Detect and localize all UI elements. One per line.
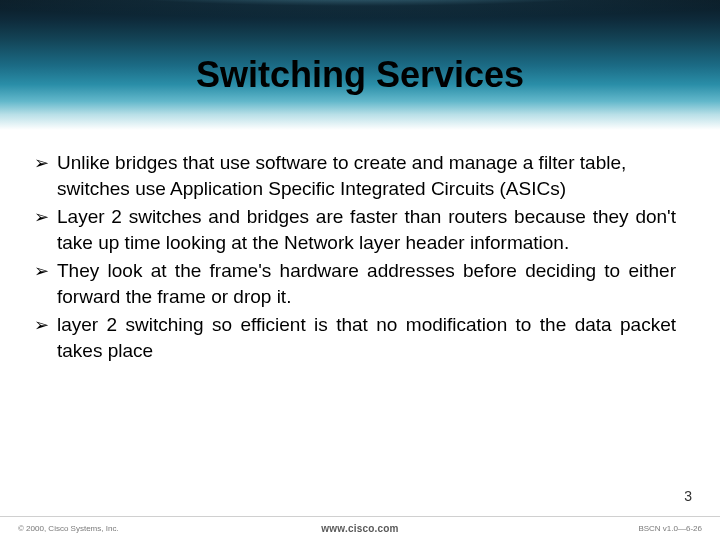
slide-content: ➢ Unlike bridges that use software to cr… [54,150,676,366]
bullet-text: layer 2 switching so efficient is that n… [57,312,676,364]
bullet-item: ➢ Layer 2 switches and bridges are faste… [54,204,676,256]
footer-code: BSCN v1.0—6-26 [638,524,702,533]
bullet-text: They look at the frame's hardware addres… [57,258,676,310]
bullet-marker-icon: ➢ [34,204,49,230]
bullet-item: ➢ Unlike bridges that use software to cr… [54,150,676,202]
footer-copyright: © 2000, Cisco Systems, Inc. [18,524,119,533]
bullet-text: Unlike bridges that use software to crea… [57,150,676,202]
footer-url: www.cisco.com [321,523,398,534]
bullet-item: ➢ layer 2 switching so efficient is that… [54,312,676,364]
bullet-marker-icon: ➢ [34,312,49,338]
bullet-item: ➢ They look at the frame's hardware addr… [54,258,676,310]
bullet-marker-icon: ➢ [34,150,49,176]
slide-title: Switching Services [0,54,720,96]
bullet-marker-icon: ➢ [34,258,49,284]
slide-footer: © 2000, Cisco Systems, Inc. www.cisco.co… [0,516,720,540]
bullet-text: Layer 2 switches and bridges are faster … [57,204,676,256]
page-number: 3 [684,488,692,504]
